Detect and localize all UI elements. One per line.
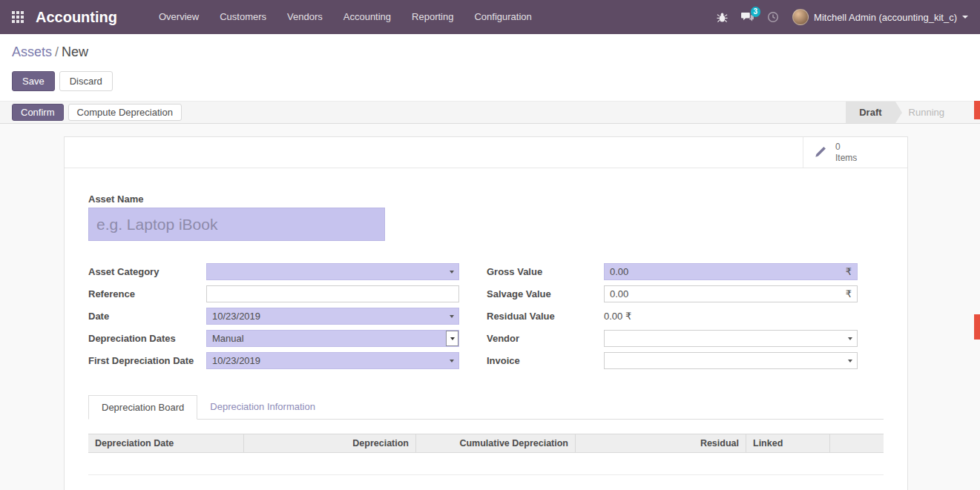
- pencil-icon: [814, 146, 826, 159]
- col-cumulative-depreciation[interactable]: Cumulative Depreciation: [416, 434, 576, 452]
- table-empty-row: [88, 475, 884, 490]
- field-row-vendor: Vendor: [487, 330, 858, 347]
- date-label: Date: [88, 308, 206, 322]
- depreciation-board-table: Depreciation Date Depreciation Cumulativ…: [88, 434, 884, 490]
- vendor-label: Vendor: [487, 330, 604, 344]
- control-panel: Assets/New Save Discard: [0, 34, 980, 101]
- asset-name-label: Asset Name: [88, 193, 884, 205]
- select-dropdown-button[interactable]: [446, 331, 458, 346]
- first-depreciation-date-label: First Depreciation Date: [88, 352, 206, 366]
- user-name: Mitchell Admin (accounting_kit_c): [814, 12, 957, 23]
- invoice-select[interactable]: [604, 352, 858, 369]
- breadcrumb-separator: /: [52, 44, 62, 59]
- breadcrumb-assets-link[interactable]: Assets: [12, 44, 52, 59]
- salvage-value-amount: 0.00: [610, 288, 628, 299]
- field-row-residual-value: Residual Value 0.00 ₹: [487, 308, 858, 325]
- date-input[interactable]: 10/23/2019: [206, 308, 459, 325]
- field-row-first-depreciation-date: First Depreciation Date 10/23/2019: [88, 352, 459, 369]
- asset-category-label: Asset Category: [88, 263, 206, 277]
- chevron-down-icon: [962, 16, 968, 19]
- col-linked[interactable]: Linked: [746, 434, 830, 452]
- col-depreciation-date[interactable]: Depreciation Date: [88, 434, 244, 452]
- discard-button[interactable]: Discard: [59, 71, 113, 91]
- depreciation-dates-label: Depreciation Dates: [88, 330, 206, 344]
- tab-depreciation-board[interactable]: Depreciation Board: [88, 395, 197, 420]
- status-step-draft[interactable]: Draft: [846, 102, 895, 123]
- message-count-badge: 3: [751, 7, 761, 17]
- menu-configuration[interactable]: Configuration: [474, 0, 531, 34]
- gross-value-input[interactable]: 0.00 ₹: [604, 263, 858, 280]
- app-name[interactable]: Accounting: [36, 9, 117, 26]
- reference-input[interactable]: [206, 285, 459, 302]
- status-step-running[interactable]: Running: [895, 102, 958, 123]
- salvage-value-label: Salvage Value: [487, 285, 604, 299]
- table-header-row: Depreciation Date Depreciation Cumulativ…: [88, 434, 884, 453]
- col-residual[interactable]: Residual: [576, 434, 746, 452]
- field-row-gross-value: Gross Value 0.00 ₹: [487, 263, 858, 280]
- menu-overview[interactable]: Overview: [159, 0, 199, 34]
- breadcrumb: Assets/New: [12, 44, 968, 60]
- menu-reporting[interactable]: Reporting: [412, 0, 453, 34]
- user-avatar: [792, 9, 809, 25]
- save-button[interactable]: Save: [12, 71, 55, 91]
- items-label: Items: [835, 153, 857, 164]
- residual-value-label: Residual Value: [487, 308, 604, 322]
- messages-icon[interactable]: 3: [741, 12, 754, 23]
- form-sheet: 0 Items Asset Name Asset Category: [64, 136, 908, 490]
- status-pipeline: Draft Running: [846, 102, 958, 123]
- edge-marker: [974, 314, 980, 340]
- user-menu[interactable]: Mitchell Admin (accounting_kit_c): [792, 9, 968, 25]
- bug-icon[interactable]: [717, 12, 728, 23]
- main-menu: Overview Customers Vendors Accounting Re…: [159, 0, 532, 34]
- salvage-value-input[interactable]: 0.00 ₹: [604, 285, 858, 302]
- currency-symbol: ₹: [846, 266, 852, 277]
- form-view: 0 Items Asset Name Asset Category: [0, 124, 980, 490]
- residual-value-text: 0.00 ₹: [604, 308, 858, 322]
- field-row-invoice: Invoice: [487, 352, 858, 369]
- activities-clock-icon[interactable]: [767, 11, 779, 23]
- vendor-select[interactable]: [604, 330, 858, 347]
- asset-category-select[interactable]: [206, 263, 459, 280]
- statusbar: Confirm Compute Depreciation Draft Runni…: [0, 101, 980, 124]
- depreciation-dates-select[interactable]: Manual: [206, 330, 459, 347]
- gross-value-label: Gross Value: [487, 263, 604, 277]
- confirm-button[interactable]: Confirm: [12, 104, 64, 121]
- first-depreciation-date-input[interactable]: 10/23/2019: [206, 352, 459, 369]
- currency-symbol: ₹: [846, 288, 852, 299]
- field-row-reference: Reference: [88, 285, 459, 302]
- asset-name-input[interactable]: [88, 208, 385, 241]
- field-row-salvage-value: Salvage Value 0.00 ₹: [487, 285, 858, 302]
- col-empty: [830, 434, 884, 452]
- chevron-down-icon: [450, 337, 455, 340]
- items-count: 0: [835, 142, 857, 153]
- menu-vendors[interactable]: Vendors: [287, 0, 323, 34]
- reference-label: Reference: [88, 285, 206, 299]
- tab-depreciation-information[interactable]: Depreciation Information: [197, 395, 328, 419]
- apps-menu-icon[interactable]: [12, 11, 24, 23]
- edge-marker: [974, 101, 980, 119]
- breadcrumb-current: New: [62, 44, 88, 59]
- items-stat-button[interactable]: 0 Items: [803, 137, 907, 168]
- menu-customers[interactable]: Customers: [220, 0, 266, 34]
- notebook-tabs: Depreciation Board Depreciation Informat…: [88, 395, 884, 420]
- compute-depreciation-button[interactable]: Compute Depreciation: [68, 104, 182, 121]
- field-row-asset-category: Asset Category: [88, 263, 459, 280]
- menu-accounting[interactable]: Accounting: [343, 0, 391, 34]
- field-row-date: Date 10/23/2019: [88, 308, 459, 325]
- button-box: 0 Items: [65, 137, 907, 168]
- col-depreciation[interactable]: Depreciation: [244, 434, 416, 452]
- gross-value-amount: 0.00: [610, 266, 628, 277]
- table-empty-row[interactable]: [88, 453, 884, 475]
- field-row-depreciation-dates: Depreciation Dates Manual: [88, 330, 459, 347]
- top-navbar: Accounting Overview Customers Vendors Ac…: [0, 0, 980, 34]
- invoice-label: Invoice: [487, 352, 604, 366]
